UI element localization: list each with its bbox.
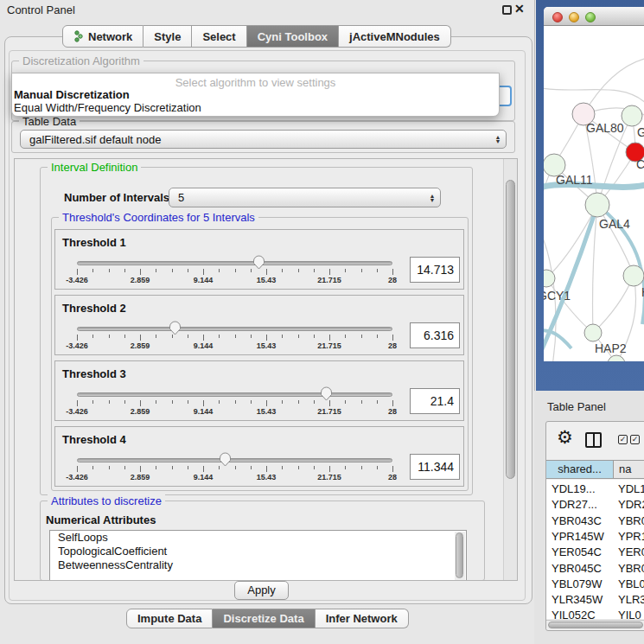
threshold-slider-track[interactable]	[77, 458, 392, 462]
checkbox-icon[interactable]: ✓	[630, 435, 640, 444]
table-row[interactable]: YDL19...YDL1	[546, 482, 644, 498]
threshold-value-field[interactable]: 11.344	[410, 454, 460, 480]
cell-shared-name[interactable]: YLR345W	[546, 593, 614, 609]
table-row[interactable]: YLR345WYLR3	[546, 593, 644, 609]
network-node-gal4[interactable]	[585, 193, 609, 217]
column-header-name[interactable]: na	[614, 461, 644, 478]
cell-shared-name[interactable]: YBR045C	[546, 562, 614, 577]
threshold-value-field[interactable]: 21.4	[410, 388, 460, 414]
slider-tick	[156, 269, 156, 272]
network-canvas[interactable]: GAL80GACGAL11GAL4GCY1HHAP2	[544, 27, 644, 361]
network-edge[interactable]	[544, 87, 644, 105]
algorithm-option-manual[interactable]: Manual Discretization	[14, 88, 130, 101]
cell-shared-name[interactable]: YPR145W	[546, 530, 614, 545]
cell-name[interactable]: YDL1	[614, 482, 644, 498]
table-panel-title: Table Panel	[547, 400, 606, 413]
threshold-item-4: Threshold 4-3.4262.8599.14415.4321.71528…	[54, 426, 464, 487]
numerical-attributes-list[interactable]: SelfLoopsTopologicalCoefficientBetweenne…	[49, 530, 467, 581]
cell-shared-name[interactable]: YIL052C	[546, 609, 614, 619]
threshold-slider-track[interactable]	[77, 327, 392, 331]
slider-tick	[251, 400, 252, 404]
table-row[interactable]: YER054CYER0	[546, 545, 644, 561]
threshold-value-field[interactable]: 14.713	[410, 257, 460, 283]
slider-tick-label: 15.43	[240, 276, 292, 284]
apply-button[interactable]: Apply	[234, 581, 289, 600]
close-icon[interactable]: ✕	[514, 2, 525, 16]
bottom-tab-infer-network[interactable]: Infer Network	[316, 609, 409, 628]
slider-tick	[314, 335, 315, 338]
control-panel: Control Panel ✕ NetworkStyleSelectCyni T…	[0, 0, 535, 644]
gear-icon[interactable]: ⚙	[557, 427, 573, 448]
table-row[interactable]: YPR145WYPR1	[546, 530, 644, 545]
table-row[interactable]: YIL052CYIL0	[546, 609, 644, 619]
cell-name[interactable]: YBR0	[614, 514, 644, 530]
tab-label: jActiveMNodules	[349, 30, 440, 43]
threshold-slider-thumb[interactable]	[252, 255, 265, 270]
cell-name[interactable]: YER0	[614, 545, 644, 561]
bottom-tab-impute-data[interactable]: Impute Data	[126, 609, 213, 628]
columns-icon[interactable]	[585, 432, 602, 448]
cyni-mode-tabs: Impute DataDiscretize DataInfer Network	[126, 609, 409, 628]
attribute-list-item[interactable]: BetweennessCentrality	[50, 558, 466, 572]
cell-name[interactable]: YDR2	[614, 498, 644, 513]
cell-shared-name[interactable]: YBR043C	[546, 514, 614, 530]
tab-select[interactable]: Select	[192, 25, 246, 48]
threshold-slider-thumb[interactable]	[320, 386, 333, 401]
minimize-traffic-light-icon[interactable]	[569, 12, 579, 22]
table-row[interactable]: YBR043CYBR0	[546, 514, 644, 530]
interval-definition-group: Interval Definition Number of Intervals …	[40, 167, 473, 495]
table-row[interactable]: YDR27...YDR2	[546, 498, 644, 513]
algorithm-option-equal-width[interactable]: Equal Width/Frequency Discretization	[14, 101, 201, 114]
threshold-slider-track[interactable]	[77, 261, 392, 265]
bottom-tab-discretize-data[interactable]: Discretize Data	[213, 609, 315, 628]
network-node-ga[interactable]	[622, 105, 642, 126]
tab-style[interactable]: Style	[143, 25, 192, 48]
close-traffic-light-icon[interactable]	[552, 12, 563, 22]
attribute-list-item[interactable]: TopologicalCoefficient	[50, 545, 466, 558]
settings-scrollbar[interactable]	[503, 159, 517, 581]
cell-shared-name[interactable]: YBL079W	[546, 577, 614, 593]
cell-name[interactable]: YBR0	[614, 562, 644, 577]
number-of-intervals-combo[interactable]: 5 ▲▼	[169, 188, 441, 207]
table-data-combo[interactable]: galFiltered.sif default node ▲▼	[20, 130, 507, 149]
slider-tick	[109, 335, 110, 338]
attribute-list-item[interactable]: SelfLoops	[50, 531, 466, 545]
slider-tick	[124, 335, 125, 338]
network-node-hap2[interactable]	[584, 324, 602, 341]
threshold-slider-thumb[interactable]	[169, 321, 182, 335]
tab-jactivemnodules[interactable]: jActiveMNodules	[339, 25, 451, 48]
table-hscrollbar-thumb[interactable]	[548, 622, 643, 628]
cell-shared-name[interactable]: YER054C	[546, 545, 614, 561]
cell-shared-name[interactable]: YDR27...	[546, 498, 614, 513]
cell-name[interactable]: YBL0	[614, 577, 644, 593]
table-hscrollbar[interactable]	[546, 620, 644, 629]
algorithm-popup-placeholder[interactable]: Select algorithm to view settings	[12, 76, 499, 89]
cell-name[interactable]: YPR1	[614, 530, 644, 545]
checkbox-icon[interactable]: ✓	[618, 435, 628, 444]
threshold-slider-track[interactable]	[77, 392, 392, 397]
slider-tick	[77, 269, 78, 275]
cell-shared-name[interactable]: YDL19...	[546, 482, 614, 498]
network-edge[interactable]	[546, 205, 597, 278]
tab-network[interactable]: Network	[62, 25, 143, 48]
threshold-item-3: Threshold 3-3.4262.8599.14415.4321.71528…	[54, 360, 464, 421]
bottom-tab-label: Impute Data	[137, 612, 201, 625]
settings-scrollbar-thumb[interactable]	[506, 180, 515, 479]
cell-name[interactable]: YLR3	[614, 593, 644, 609]
column-header-shared-name[interactable]: shared...	[546, 461, 614, 478]
list-scrollbar-thumb[interactable]	[456, 532, 463, 578]
tab-cyni-toolbox[interactable]: Cyni Toolbox	[247, 25, 339, 48]
cell-name[interactable]: YIL0	[614, 609, 644, 619]
network-edge[interactable]	[593, 205, 597, 333]
slider-tick-label: 21.715	[303, 341, 355, 350]
zoom-traffic-light-icon[interactable]	[585, 12, 596, 22]
table-row[interactable]: YBL079WYBL0	[546, 577, 644, 593]
network-node-unnamed[interactable]	[608, 355, 625, 361]
list-scrollbar[interactable]	[455, 532, 465, 580]
table-row[interactable]: YBR045CYBR0	[546, 562, 644, 577]
network-node-h[interactable]	[623, 265, 644, 286]
threshold-value-field[interactable]: 6.316	[410, 322, 460, 348]
network-node-label: GAL4	[599, 217, 630, 231]
float-window-icon[interactable]	[502, 5, 512, 15]
threshold-slider-thumb[interactable]	[219, 452, 232, 467]
